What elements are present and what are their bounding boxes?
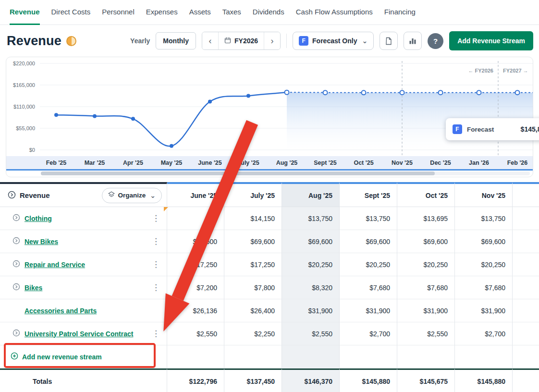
value-cell[interactable]: $20,250 — [282, 253, 340, 276]
row-menu-icon[interactable]: ⋮ — [152, 329, 167, 339]
nav-tab-expenses[interactable]: Expenses — [146, 0, 178, 25]
cell-flag-icon — [164, 207, 168, 211]
help-button[interactable]: ? — [428, 33, 443, 49]
value-cell[interactable]: $69,600 — [397, 230, 455, 253]
value-cell[interactable]: $7,680 — [340, 276, 397, 299]
period-monthly-option[interactable]: Monthly — [156, 32, 196, 49]
value-cell[interactable]: $2,550 — [167, 322, 224, 345]
value-cell[interactable]: $2,550 — [282, 322, 340, 345]
value-cell[interactable]: $20,250 — [397, 253, 455, 276]
stream-link-clothing[interactable]: Clothing — [24, 215, 52, 222]
value-cell[interactable]: $17,250 — [167, 253, 224, 276]
value-cell[interactable]: $13,695 — [397, 207, 455, 230]
value-cell[interactable]: $17,250 — [224, 253, 282, 276]
nav-tab-assets[interactable]: Assets — [189, 0, 211, 25]
revenue-row-bikes: Bikes⋮$7,200$7,800$8,320$7,680$7,680$7,6… — [0, 276, 539, 299]
add-revenue-stream-button[interactable]: Add new revenue stream — [0, 345, 167, 368]
stream-link-new-bikes[interactable]: New Bikes — [24, 238, 58, 245]
value-cell[interactable]: $69,600 — [224, 230, 282, 253]
prev-period-button[interactable]: ‹ — [202, 32, 218, 49]
expand-row-icon[interactable] — [12, 283, 20, 293]
value-cell[interactable]: $2,550 — [397, 322, 455, 345]
stream-link-bikes[interactable]: Bikes — [24, 284, 42, 292]
month-label-dec-25: Dec '25 — [421, 156, 460, 169]
nav-tab-cash-flow-assumptions[interactable]: Cash Flow Assumptions — [296, 0, 373, 25]
value-cell[interactable]: $14,150 — [224, 207, 282, 230]
value-cell[interactable]: $31,900 — [455, 299, 513, 322]
nav-tab-direct-costs[interactable]: Direct Costs — [51, 0, 91, 25]
nav-tab-personnel[interactable]: Personnel — [102, 0, 135, 25]
next-period-button[interactable]: › — [264, 32, 280, 49]
toolbar-divider — [286, 34, 287, 48]
stream-link-university-patrol-service-contract[interactable]: University Patrol Service Contract — [24, 330, 133, 338]
row-menu-icon[interactable]: ⋮ — [152, 282, 167, 293]
value-cell[interactable]: $2,250 — [224, 322, 282, 345]
month-label-feb-25: Feb '25 — [37, 156, 75, 169]
value-cell[interactable]: $31,900 — [340, 299, 397, 322]
value-cell[interactable]: $7,200 — [167, 276, 224, 299]
row-menu-icon[interactable]: ⋮ — [152, 259, 167, 270]
expand-row-icon[interactable] — [12, 329, 20, 339]
calendar-icon — [224, 37, 231, 45]
revenue-forecast-page: { "nav": { "tabs": [ {"label":"Revenue",… — [0, 0, 539, 392]
value-cell[interactable]: $26,136 — [167, 299, 224, 322]
value-cell[interactable]: $69,600 — [282, 230, 340, 253]
forecast-filter-label: Forecast Only — [312, 37, 357, 45]
coin-icon[interactable] — [66, 36, 76, 46]
add-revenue-stream-header-button[interactable]: Add Revenue Stream — [449, 31, 533, 50]
value-cell[interactable]: $69,600 — [455, 230, 513, 253]
column-header-sept-25: Sept '25 — [340, 182, 397, 207]
expand-row-icon[interactable] — [12, 214, 20, 223]
column-header-aug-25: Aug '25 — [282, 182, 340, 207]
value-cell[interactable]: $7,800 — [224, 276, 282, 299]
row-menu-icon[interactable]: ⋮ — [152, 236, 167, 246]
value-cell[interactable]: $7,680 — [455, 276, 513, 299]
value-cell[interactable]: $8,320 — [282, 276, 340, 299]
value-cell[interactable]: $13,750 — [455, 207, 513, 230]
value-cell[interactable]: $20,250 — [340, 253, 397, 276]
chart-scrollbar — [6, 171, 533, 177]
export-button[interactable] — [380, 32, 398, 50]
svg-text:$55,000: $55,000 — [16, 125, 35, 131]
nav-tab-dividends[interactable]: Dividends — [253, 0, 284, 25]
value-cell[interactable]: $60 — [167, 207, 224, 230]
scrollbar-thumb[interactable] — [41, 172, 435, 175]
value-cell[interactable]: $31,900 — [397, 299, 455, 322]
value-cell[interactable]: $31,900 — [282, 299, 340, 322]
empty-cell — [224, 345, 282, 368]
value-cell[interactable]: $69,600 — [167, 230, 224, 253]
value-cell[interactable]: $26,400 — [224, 299, 282, 322]
value-cell[interactable]: $69,600 — [340, 230, 397, 253]
value-cell[interactable]: $2,700 — [455, 322, 513, 345]
tooltip-value: $145,880 — [521, 125, 539, 133]
revenue-row-clothing: Clothing⋮$60$14,150$13,750$13,750$13,695… — [0, 207, 539, 230]
stream-link-repair-and-service[interactable]: Repair and Service — [24, 261, 85, 269]
expand-row-icon[interactable] — [12, 237, 20, 246]
fiscal-year-control: ‹ FY2026 › — [202, 32, 281, 50]
totals-label: Totals — [0, 368, 167, 392]
period-yearly-option[interactable]: Yearly — [130, 37, 150, 45]
row-menu-icon[interactable]: ⋮ — [152, 213, 167, 223]
value-cell[interactable]: $13,750 — [282, 207, 340, 230]
forecast-f-icon: F — [299, 36, 308, 46]
expand-row-icon[interactable] — [12, 260, 20, 270]
fiscal-year-display[interactable]: FY2026 — [218, 32, 264, 49]
chart-month-axis: Feb '25Mar '25Apr '25May '25June '25July… — [6, 156, 533, 171]
chart-view-button[interactable] — [404, 32, 422, 50]
revenue-row-university-patrol-service-contract: University Patrol Service Contract⋮$2,55… — [0, 322, 539, 345]
revenue-row-new-bikes: New Bikes⋮$69,600$69,600$69,600$69,600$6… — [0, 230, 539, 253]
value-cell[interactable]: $13,750 — [340, 207, 397, 230]
empty-cell — [513, 253, 539, 276]
nav-tab-financing[interactable]: Financing — [384, 0, 416, 25]
nav-tab-taxes[interactable]: Taxes — [222, 0, 241, 25]
expand-all-icon[interactable] — [8, 191, 16, 200]
nav-tab-revenue[interactable]: Revenue — [10, 0, 40, 25]
value-cell[interactable]: $20,250 — [455, 253, 513, 276]
value-cell[interactable]: $7,680 — [397, 276, 455, 299]
add-revenue-stream-row: Add new revenue stream — [0, 345, 539, 368]
stream-link-accessories-and-parts[interactable]: Accessories and Parts — [24, 307, 97, 315]
value-cell[interactable]: $2,700 — [340, 322, 397, 345]
forecast-filter-select[interactable]: F Forecast Only ⌄ — [293, 32, 374, 50]
organize-button[interactable]: Organize ⌄ — [102, 188, 162, 203]
stream-name-cell: Accessories and Parts — [0, 299, 167, 322]
